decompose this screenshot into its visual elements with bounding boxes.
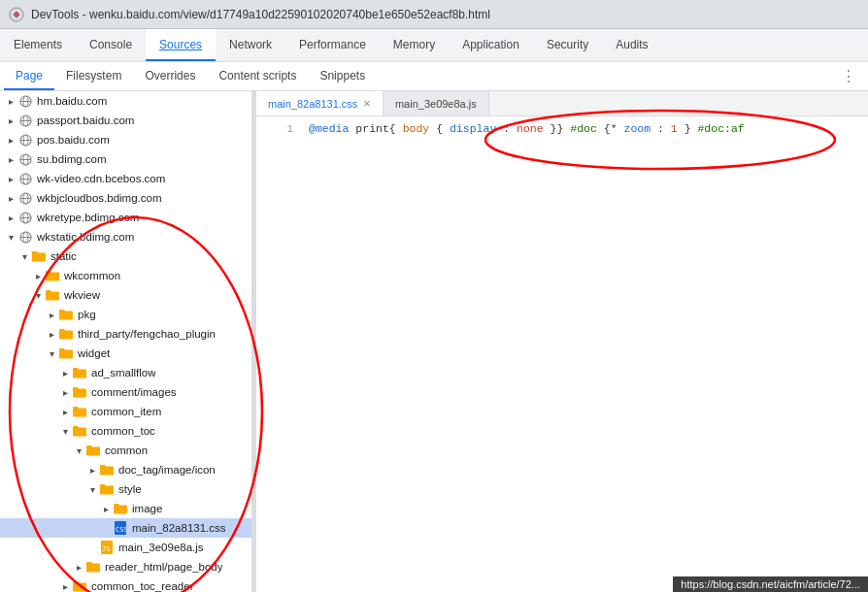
tab-application[interactable]: Application [449, 29, 533, 61]
sub-tab-overrides[interactable]: Overrides [133, 62, 207, 90]
tree-icon-comment_images [72, 384, 87, 400]
tree-icon-hm [17, 93, 33, 109]
tree-icon-wkcommon [45, 268, 60, 283]
tree-icon-common_toc_reader [72, 578, 87, 592]
tree-item-doc_tag[interactable]: doc_tag/image/icon [0, 460, 251, 479]
tree-item-static[interactable]: static [0, 247, 251, 266]
tree-icon-widget [58, 345, 74, 361]
tree-label-common_toc_reader: common_toc_reader [91, 580, 193, 592]
sub-tab-content-scripts[interactable]: Content scripts [207, 62, 308, 90]
code-tab-css[interactable]: main_82a8131.css × [256, 91, 384, 115]
tree-icon-third_party [58, 326, 74, 342]
tree-item-common[interactable]: common [0, 441, 251, 460]
tree-label-main_82a8131_css: main_82a8131.css [132, 522, 226, 534]
tab-performance[interactable]: Performance [285, 29, 380, 61]
tree-label-wkvideo: wk-video.cdn.bcebos.com [37, 173, 165, 184]
tree-icon-static [31, 248, 47, 264]
tree-icon-passport [17, 113, 33, 128]
code-area[interactable]: 1 @media print{ body { display : none }}… [256, 116, 868, 592]
tree-item-wkcommon[interactable]: wkcommon [0, 266, 251, 285]
tree-item-third_party[interactable]: third_party/fengchao_plugin [0, 324, 251, 344]
main-content: hm.baidu.compassport.baidu.compos.baidu.… [0, 91, 868, 592]
tree-arrow-doc_tag [85, 465, 99, 476]
tree-item-wkbjcloud[interactable]: wkbjcloudbos.bdimg.com [0, 188, 251, 208]
tree-label-ad_smallflow: ad_smallflow [91, 367, 155, 378]
tree-arrow-wkstatic [4, 232, 17, 243]
tree-item-hm[interactable]: hm.baidu.com [0, 91, 251, 111]
line-number-1: 1 [264, 120, 293, 138]
tree-icon-wkview [45, 287, 60, 303]
tree-item-style[interactable]: style [0, 479, 251, 499]
tree-arrow-wkretype [4, 213, 17, 223]
code-tab-js[interactable]: main_3e09e8a.js [384, 91, 489, 115]
tree-arrow-wkview [31, 290, 45, 301]
file-tree-panel: hm.baidu.compassport.baidu.compos.baidu.… [0, 91, 252, 592]
tree-item-wkview[interactable]: wkview [0, 285, 251, 305]
tree-arrow-wkcommon [31, 271, 45, 281]
tree-icon-common_item [72, 404, 87, 419]
tree-item-common_item[interactable]: common_item [0, 402, 251, 421]
tree-item-widget[interactable]: widget [0, 344, 251, 363]
tree-label-hm: hm.baidu.com [37, 95, 107, 107]
close-tab-css-button[interactable]: × [363, 97, 371, 110]
tree-item-reader_html[interactable]: reader_html/page_body [0, 557, 251, 576]
sub-tab-filesystem[interactable]: Filesystem [54, 62, 133, 90]
tab-sources[interactable]: Sources [146, 29, 216, 61]
tree-arrow-wkvideo [4, 174, 17, 184]
tree-label-reader_html: reader_html/page_body [105, 561, 222, 573]
tree-label-main_3e09e8a_js: main_3e09e8a.js [118, 542, 204, 553]
devtools-icon [8, 6, 25, 23]
tree-arrow-widget [45, 348, 58, 359]
sub-toolbar: Page Filesystem Overrides Content script… [0, 62, 868, 91]
tree-item-main_82a8131_css[interactable]: CSSmain_82a8131.css [0, 518, 251, 538]
tree-item-common_toc_reader[interactable]: common_toc_reader [0, 576, 251, 592]
tree-icon-su [17, 151, 33, 167]
tree-label-third_party: third_party/fengchao_plugin [78, 328, 216, 340]
code-content-1: @media print{ body { display : none }} #… [309, 120, 745, 138]
tree-icon-pos [17, 132, 33, 148]
tree-item-main_3e09e8a_js[interactable]: JSmain_3e09e8a.js [0, 538, 251, 557]
tree-arrow-third_party [45, 329, 58, 340]
tab-security[interactable]: Security [533, 29, 602, 61]
tree-label-comment_images: comment/images [91, 386, 177, 398]
tab-memory[interactable]: Memory [380, 29, 449, 61]
title-bar: DevTools - wenku.baidu.com/view/d17749a1… [0, 0, 868, 29]
tree-icon-common_toc [72, 423, 87, 439]
tree-icon-pkg [58, 307, 74, 322]
tree-item-common_toc[interactable]: common_toc [0, 421, 251, 441]
tree-item-passport[interactable]: passport.baidu.com [0, 111, 251, 130]
code-tabs: main_82a8131.css × main_3e09e8a.js [256, 91, 868, 116]
tree-item-ad_smallflow[interactable]: ad_smallflow [0, 363, 251, 382]
tree-item-image[interactable]: image [0, 499, 251, 518]
sub-tab-snippets[interactable]: Snippets [308, 62, 377, 90]
tree-arrow-ad_smallflow [58, 368, 72, 378]
tree-label-wkcommon: wkcommon [64, 270, 120, 281]
tab-audits[interactable]: Audits [602, 29, 661, 61]
tree-label-wkbjcloud: wkbjcloudbos.bdimg.com [37, 192, 161, 204]
tree-label-image: image [132, 503, 162, 514]
tree-arrow-passport [4, 115, 17, 126]
tab-network[interactable]: Network [216, 29, 285, 61]
tab-elements[interactable]: Elements [0, 29, 76, 61]
tree-item-wkvideo[interactable]: wk-video.cdn.bcebos.com [0, 169, 251, 188]
tab-console[interactable]: Console [76, 29, 146, 61]
tree-item-su[interactable]: su.bdimg.com [0, 149, 251, 169]
tree-icon-wkstatic [17, 229, 33, 245]
sub-tab-page[interactable]: Page [4, 62, 54, 90]
tree-item-comment_images[interactable]: comment/images [0, 382, 251, 402]
tree-label-su: su.bdimg.com [37, 153, 107, 165]
tree-arrow-su [4, 154, 17, 165]
tree-icon-wkbjcloud [17, 190, 33, 206]
tree-arrow-reader_html [72, 562, 85, 573]
tree-label-wkview: wkview [64, 289, 100, 301]
svg-point-1 [15, 12, 19, 16]
tree-label-style: style [118, 483, 142, 495]
tree-arrow-comment_images [58, 387, 72, 398]
tree-item-pos[interactable]: pos.baidu.com [0, 130, 251, 149]
tree-item-wkretype[interactable]: wkretype.bdimg.com [0, 208, 251, 227]
tree-item-wkstatic[interactable]: wkstatic.bdimg.com [0, 227, 251, 247]
tree-arrow-pkg [45, 310, 58, 320]
tree-item-pkg[interactable]: pkg [0, 305, 251, 324]
tree-arrow-common [72, 445, 85, 456]
tree-arrow-common_item [58, 407, 72, 417]
